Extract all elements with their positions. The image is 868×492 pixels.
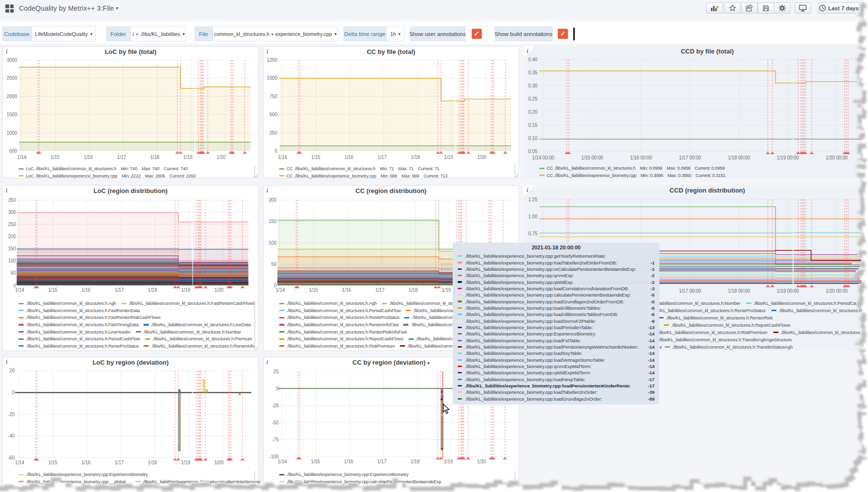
svg-text:0: 0: [275, 148, 278, 154]
svg-text:1500: 1500: [7, 112, 18, 117]
svg-text:1/14: 1/14: [15, 287, 24, 293]
svg-text:0.40: 0.40: [528, 57, 537, 62]
svg-text:0.15: 0.15: [528, 123, 537, 128]
svg-text:-75: -75: [272, 437, 279, 442]
svg-text:1/20 00:00: 1/20 00:00: [826, 288, 848, 294]
svg-text:50: 50: [11, 270, 16, 276]
svg-text:1/17 00:00: 1/17 00:00: [679, 288, 701, 294]
svg-text:300: 300: [8, 210, 16, 215]
svg-text:1/17: 1/17: [117, 155, 126, 160]
svg-text:1/18: 1/18: [408, 287, 418, 293]
svg-text:25: 25: [273, 369, 279, 374]
svg-text:0: 0: [276, 386, 279, 391]
svg-text:1/17: 1/17: [375, 287, 385, 293]
svg-text:0: 0: [12, 390, 15, 395]
svg-text:1/16 00:00: 1/16 00:00: [630, 155, 653, 160]
svg-text:1/19: 1/19: [183, 155, 193, 160]
svg-text:3000: 3000: [7, 57, 18, 63]
svg-text:1/17: 1/17: [377, 155, 387, 160]
svg-text:1/15: 1/15: [311, 459, 320, 464]
svg-text:1/15: 1/15: [51, 155, 60, 160]
svg-text:1/14: 1/14: [15, 460, 24, 465]
svg-text:1/17: 1/17: [115, 460, 124, 465]
svg-text:1/14: 1/14: [278, 155, 287, 160]
svg-text:250: 250: [8, 222, 16, 227]
svg-text:500: 500: [269, 112, 278, 117]
svg-text:1/19: 1/19: [181, 460, 190, 465]
svg-text:1/20: 1/20: [216, 155, 226, 160]
svg-text:200: 200: [268, 197, 277, 203]
svg-text:-100: -100: [269, 454, 279, 459]
svg-text:1/16: 1/16: [82, 287, 91, 293]
svg-text:200: 200: [8, 234, 16, 239]
svg-text:100: 100: [268, 240, 277, 246]
svg-text:1/15 00:00: 1/15 00:00: [581, 155, 603, 160]
svg-text:1/18: 1/18: [148, 460, 157, 465]
svg-text:-25: -25: [272, 403, 279, 408]
svg-text:1/16: 1/16: [84, 155, 93, 160]
svg-text:1/19: 1/19: [442, 287, 451, 293]
svg-text:1/20 00:00: 1/20 00:00: [826, 155, 848, 160]
svg-text:50: 50: [271, 262, 277, 267]
svg-text:1/14: 1/14: [18, 155, 27, 160]
svg-text:1/18: 1/18: [410, 459, 420, 464]
svg-text:500: 500: [9, 148, 18, 154]
svg-text:1/17: 1/17: [115, 287, 124, 293]
svg-text:1/15: 1/15: [309, 287, 318, 293]
svg-text:1/19: 1/19: [443, 459, 453, 464]
svg-text:100: 100: [8, 258, 16, 264]
svg-text:1/15: 1/15: [311, 155, 320, 160]
svg-text:1/17: 1/17: [377, 459, 387, 464]
svg-text:1000: 1000: [7, 130, 18, 136]
svg-text:0.75: 0.75: [528, 231, 537, 236]
svg-text:1/14: 1/14: [276, 287, 285, 293]
svg-text:1/15: 1/15: [48, 287, 57, 293]
svg-text:1/15: 1/15: [48, 460, 57, 465]
svg-text:1/19 00:00: 1/19 00:00: [777, 288, 799, 294]
svg-text:1/18 00:00: 1/18 00:00: [728, 155, 750, 160]
svg-text:-60: -60: [8, 455, 15, 460]
svg-text:1/19: 1/19: [181, 287, 190, 293]
svg-text:-20: -20: [8, 412, 15, 417]
svg-text:1/17 00:00: 1/17 00:00: [679, 155, 701, 160]
svg-text:350: 350: [8, 197, 16, 203]
svg-text:1/16: 1/16: [344, 459, 354, 464]
svg-text:1/18: 1/18: [148, 287, 157, 293]
svg-text:-40: -40: [8, 433, 15, 439]
svg-text:1/19 00:00: 1/19 00:00: [777, 155, 799, 160]
svg-text:1/16: 1/16: [344, 155, 354, 160]
svg-text:2500: 2500: [7, 75, 18, 81]
svg-text:1/18: 1/18: [150, 155, 159, 160]
svg-text:0.25: 0.25: [528, 96, 537, 102]
svg-text:1/16: 1/16: [81, 460, 90, 465]
svg-text:-50: -50: [272, 420, 279, 425]
svg-text:2000: 2000: [7, 94, 18, 99]
svg-text:1/20: 1/20: [214, 460, 224, 465]
svg-text:1.25: 1.25: [528, 197, 537, 202]
svg-text:1/18: 1/18: [411, 155, 420, 160]
svg-text:0.20: 0.20: [528, 109, 537, 115]
svg-text:1/14: 1/14: [278, 459, 287, 464]
svg-text:150: 150: [8, 246, 16, 251]
svg-text:0.05: 0.05: [528, 149, 537, 154]
svg-text:20: 20: [9, 368, 15, 373]
svg-text:1250: 1250: [267, 57, 278, 63]
svg-text:1/20: 1/20: [477, 155, 486, 160]
svg-text:750: 750: [269, 94, 278, 99]
svg-text:1000: 1000: [267, 75, 278, 81]
svg-text:1.00: 1.00: [528, 214, 537, 219]
svg-text:0.30: 0.30: [528, 83, 537, 88]
svg-text:250: 250: [269, 130, 278, 136]
svg-text:1/16: 1/16: [342, 287, 352, 293]
svg-text:1/18 00:00: 1/18 00:00: [728, 288, 750, 294]
svg-text:0.35: 0.35: [528, 70, 537, 75]
svg-text:1/19: 1/19: [444, 155, 453, 160]
svg-text:150: 150: [268, 219, 277, 224]
svg-text:1/20: 1/20: [214, 287, 224, 293]
svg-text:0.10: 0.10: [528, 136, 537, 141]
svg-text:1/20: 1/20: [477, 459, 486, 464]
svg-text:1/14 00:00: 1/14 00:00: [532, 155, 554, 160]
